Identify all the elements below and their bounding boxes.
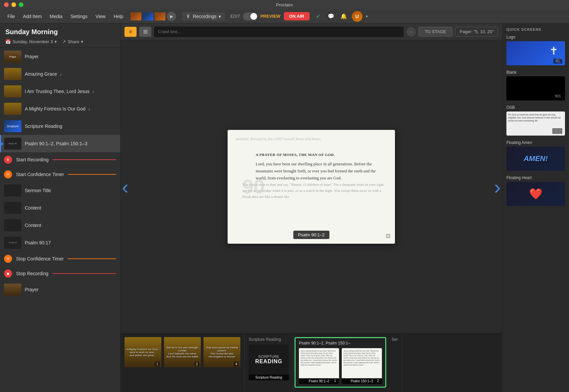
item-thumb-content-2 [4, 219, 21, 231]
item-label-content-2: Content [25, 223, 116, 228]
bottom-thumb-psalm-1[interactable]: Jesus coming toward him and said: "Behol… [299, 348, 339, 384]
calendar-icon: 📅 [5, 39, 11, 44]
prev-slide-button[interactable]: ‹ [122, 175, 129, 199]
list-item-amazing-grace[interactable]: Amazing Grace ♪ [0, 65, 120, 83]
menu-add-item[interactable]: Add Item [20, 12, 45, 20]
thumb-img-psalm-1: Jesus coming toward him and said: "Behol… [299, 348, 339, 378]
qs-item-heart: Floating Heart ❤️ [506, 175, 565, 206]
recordings-label: Recordings [193, 14, 217, 19]
microphone-icon: 🎙 [186, 14, 191, 19]
list-item-content-1[interactable]: Content [0, 199, 120, 217]
amen-text: AMEN! [523, 154, 548, 163]
list-item-start-timer[interactable]: ⏱ Start Confidence Timer [0, 167, 120, 182]
qs-thumb-heart[interactable]: ❤️ [506, 182, 565, 206]
list-item-scripture[interactable]: Scripture Scripture Reading [0, 117, 120, 135]
bottom-thumb-1[interactable]: A Mighty Fortress our God...seek to work… [125, 337, 161, 367]
on-air-button[interactable]: ON AIR [284, 12, 310, 20]
avatar[interactable]: U [352, 11, 362, 22]
quick-screens-title: QUICK SCREENS [506, 27, 565, 31]
date-chevron-icon: ▾ [55, 39, 57, 44]
pres-thumb-2[interactable] [143, 12, 153, 20]
slide-content: anointed. Blessed be the LORD forever! A… [228, 130, 395, 244]
item-thumb-prayer-1: Prayer [4, 51, 21, 63]
list-item-content-2[interactable]: Content [0, 217, 120, 234]
section-indicator [338, 333, 343, 334]
edit-label: EDIT [230, 14, 240, 19]
bottom-thumb-psalm-2[interactable]: Jesus coming toward him and said: "Behol… [342, 348, 382, 384]
window-controls[interactable] [4, 2, 23, 7]
qs-label-heart: Floating Heart [506, 175, 565, 180]
item-label-psalm9017: Psalm 90:17 [25, 240, 116, 245]
bell-icon[interactable]: 🔔 [339, 12, 348, 21]
preview-toggle[interactable] [243, 12, 258, 20]
item-thumb-prayer-2 [4, 284, 21, 296]
qs-thumb-logo[interactable]: ✝ FAIR⌘L ⌘L [506, 41, 565, 65]
heart-icon: ❤️ [529, 187, 543, 200]
item-label-prayer-1: Prayer [25, 54, 116, 59]
play-button[interactable]: ▶ [167, 12, 176, 21]
list-item-sermon-title[interactable]: Sermon Title [0, 182, 120, 199]
titlebar: Proclaim [0, 0, 569, 9]
list-item-prayer-1[interactable]: Prayer Prayer [0, 48, 120, 65]
pager-display: Pager: "5, 10, 20" [455, 27, 498, 36]
qs-thumb-blank[interactable]: ⌘B [506, 76, 565, 100]
item-thumb-fortress [4, 103, 21, 115]
qs-shortcut-blank: ⌘B [553, 94, 562, 99]
chat-icon[interactable]: 💬 [326, 12, 336, 21]
bottom-thumb-2[interactable]: Did we in our own strength confideLord S… [164, 337, 201, 367]
menu-settings[interactable]: Settings [67, 12, 91, 20]
qs-thumb-amen[interactable]: AMEN! [506, 147, 565, 171]
list-item-psalm9017[interactable]: Ps 90:17 Psalm 90:17 [0, 234, 120, 251]
list-item-stop-recording[interactable]: ⏹ Stop Recording [0, 266, 120, 281]
qs-shortcut-logo: ⌘L [553, 59, 562, 64]
record-start-icon: 🎙 [4, 156, 12, 164]
close-button[interactable] [4, 2, 9, 7]
active-indicator: ▶ [1, 141, 4, 146]
qs-label-blank: Blank [506, 70, 565, 75]
item-thumb-psalm9017: Ps 90:17 [4, 237, 21, 249]
item-thumb-psalm90: Psalm 90 [4, 138, 21, 150]
thumb-num-1: 1 [155, 362, 160, 366]
menu-view[interactable]: View [92, 12, 109, 20]
item-label-fortress: A Mighty Fortress Is Our God ♪ [25, 106, 116, 111]
avatar-chevron-icon[interactable]: ▾ [366, 14, 368, 19]
next-slide-button[interactable]: › [494, 175, 501, 199]
share-chevron-icon: ▾ [81, 39, 83, 44]
check-icon: ✓ [314, 12, 323, 21]
item-label-psalm90: Psalm 90:1–2, Psalm 150:1–3 [25, 141, 116, 146]
minimize-button[interactable] [11, 2, 16, 7]
timer-start-icon: ⏱ [4, 170, 12, 178]
list-item-psalm90[interactable]: ▶ Psalm 90 Psalm 90:1–2, Psalm 150:1–3 [0, 135, 120, 152]
menu-file[interactable]: File [4, 12, 18, 20]
crawl-input[interactable] [154, 26, 404, 37]
item-label-prayer-2: Prayer [25, 287, 116, 292]
pres-thumb-1[interactable] [131, 12, 141, 20]
menu-help[interactable]: Help [110, 12, 127, 20]
item-label-trusting: I Am Trusting Thee, Lord Jesus ♪ [25, 89, 116, 94]
sidebar-date[interactable]: 📅 Sunday, November 3 ▾ [5, 39, 57, 44]
record-stop-label: Stop Recording [16, 271, 49, 276]
qs-label-amen: Floating Amen [506, 140, 565, 145]
record-start-label: Start Recording [16, 157, 49, 162]
sidebar-share[interactable]: ↗ Share ▾ [62, 39, 83, 44]
bottom-section-psalm-wrapper: Psalm 90:1–2, Psalm 150:1– Jesus coming … [295, 334, 386, 392]
crawl-submit-icon[interactable]: → [406, 27, 416, 36]
list-item-start-recording[interactable]: 🎙 Start Recording [0, 152, 120, 167]
to-stage-button[interactable]: TO STAGE [418, 27, 453, 36]
slide-display: anointed. Blessed be the LORD forever! A… [228, 130, 395, 244]
list-item-prayer-2[interactable]: Prayer [0, 281, 120, 298]
menu-media[interactable]: Media [47, 12, 66, 20]
bottom-thumb-4[interactable]: That word above all earthly powersThis m… [204, 337, 240, 367]
view-list-btn[interactable]: ≡ [125, 27, 137, 37]
recordings-button[interactable]: 🎙 Recordings ▾ [182, 12, 225, 21]
maximize-button[interactable] [19, 2, 23, 7]
list-item-stop-timer[interactable]: ⏱ Stop Confidence Timer [0, 251, 120, 266]
list-item-fortress[interactable]: A Mighty Fortress Is Our God ♪ [0, 100, 120, 117]
bottom-thumbs-psalm: Jesus coming toward him and said: "Behol… [299, 348, 382, 384]
qs-thumb-osb[interactable]: For God so loved the world that He gave … [506, 111, 565, 136]
list-item-trusting[interactable]: I Am Trusting Thee, Lord Jesus ♪ [0, 83, 120, 100]
view-grid-btn[interactable]: ⊞ [139, 27, 151, 37]
pres-thumb-3[interactable] [155, 12, 165, 20]
bottom-thumb-scripture[interactable]: Scripture READING Scripture Reading [249, 344, 289, 380]
qs-item-blank: Blank ⌘B [506, 70, 565, 100]
